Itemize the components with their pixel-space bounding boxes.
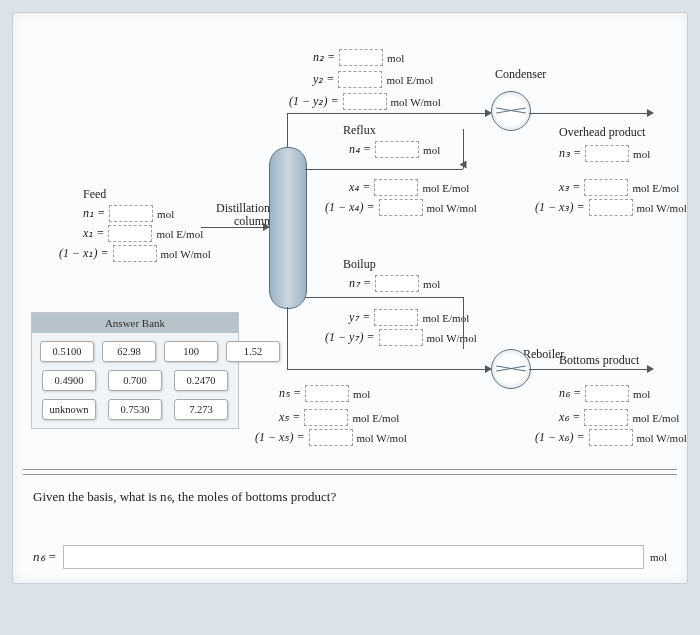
out-n5: n₅ =mol bbox=[279, 385, 370, 402]
bank-item[interactable]: 0.7530 bbox=[108, 399, 162, 420]
bottoms-arrow-head bbox=[647, 365, 654, 373]
input-n7[interactable] bbox=[375, 275, 419, 292]
vapour-line-v bbox=[287, 113, 288, 147]
input-y2[interactable] bbox=[338, 71, 382, 88]
input-n3[interactable] bbox=[585, 145, 629, 162]
input-n2[interactable] bbox=[339, 49, 383, 66]
input-1mx3[interactable] bbox=[589, 199, 633, 216]
bank-item[interactable]: 0.4900 bbox=[42, 370, 96, 391]
overhead-1mx3: (1 − x₃) =mol W/mol bbox=[535, 199, 687, 216]
boilup-n7: n₇ =mol bbox=[349, 275, 440, 292]
feed-arrow-head bbox=[263, 223, 270, 231]
bottoms-n6: n₆ =mol bbox=[559, 385, 650, 402]
worksheet: Distillation column Feed n₁ =mol x₁ =mol… bbox=[12, 12, 688, 584]
feed-1mx1: (1 − x₁) =mol W/mol bbox=[59, 245, 211, 262]
input-x5[interactable] bbox=[304, 409, 348, 426]
answer-row: n₆ = mol bbox=[33, 545, 667, 569]
bank-item[interactable]: 0.2470 bbox=[174, 370, 228, 391]
input-x4[interactable] bbox=[374, 179, 418, 196]
feed-title: Feed bbox=[83, 187, 106, 202]
feed-n1: n₁ =mol bbox=[83, 205, 174, 222]
vapour-line-h bbox=[287, 113, 487, 114]
overhead-n3: n₃ =mol bbox=[559, 145, 650, 162]
out-x5: x₅ =mol E/mol bbox=[279, 409, 399, 426]
bank-item[interactable]: 62.98 bbox=[102, 341, 156, 362]
feed-arrow-line bbox=[201, 227, 269, 228]
top-n2: n₂ =mol bbox=[313, 49, 404, 66]
reboiler-icon bbox=[491, 349, 531, 389]
input-1mx1[interactable] bbox=[113, 245, 157, 262]
boilup-y7: y₇ =mol E/mol bbox=[349, 309, 469, 326]
bottom-line-v bbox=[287, 307, 288, 369]
input-1my7[interactable] bbox=[379, 329, 423, 346]
input-n1[interactable] bbox=[109, 205, 153, 222]
out-1mx5: (1 − x₅) =mol W/mol bbox=[255, 429, 407, 446]
reflux-line-h bbox=[305, 169, 463, 170]
top-1my2: (1 − y₂) =mol W/mol bbox=[289, 93, 441, 110]
distillation-column bbox=[269, 147, 307, 309]
input-n4[interactable] bbox=[375, 141, 419, 158]
bank-item[interactable]: unknown bbox=[42, 399, 96, 420]
input-n6[interactable] bbox=[585, 385, 629, 402]
bank-item[interactable]: 100 bbox=[164, 341, 218, 362]
reflux-title: Reflux bbox=[343, 123, 376, 138]
answer-input[interactable] bbox=[63, 545, 644, 569]
answer-bank: Answer Bank 0.5100 62.98 100 1.52 0.4900… bbox=[31, 312, 239, 429]
input-n5[interactable] bbox=[305, 385, 349, 402]
bottoms-title: Bottoms product bbox=[559, 353, 639, 368]
bottoms-x6: x₆ =mol E/mol bbox=[559, 409, 679, 426]
overhead-line bbox=[529, 113, 649, 114]
answer-bank-title: Answer Bank bbox=[32, 313, 238, 333]
input-1mx6[interactable] bbox=[589, 429, 633, 446]
overhead-title: Overhead product bbox=[559, 125, 645, 140]
column-label: Distillation column bbox=[216, 202, 270, 228]
bank-item[interactable]: 0.5100 bbox=[40, 341, 94, 362]
input-1mx5[interactable] bbox=[309, 429, 353, 446]
boilup-line-v bbox=[463, 297, 464, 349]
input-1my2[interactable] bbox=[343, 93, 387, 110]
bank-item[interactable]: 1.52 bbox=[226, 341, 280, 362]
input-x1[interactable] bbox=[108, 225, 152, 242]
top-y2: y₂ =mol E/mol bbox=[313, 71, 433, 88]
answer-var: n₆ = bbox=[33, 549, 57, 565]
boilup-1my7: (1 − y₇) =mol W/mol bbox=[325, 329, 477, 346]
bottoms-1mx6: (1 − x₆) =mol W/mol bbox=[535, 429, 687, 446]
input-x6[interactable] bbox=[584, 409, 628, 426]
bottoms-line bbox=[529, 369, 649, 370]
condenser-label: Condenser bbox=[495, 67, 546, 82]
boilup-title: Boilup bbox=[343, 257, 376, 272]
condenser-icon bbox=[491, 91, 531, 131]
question-text: Given the basis, what is n₆, the moles o… bbox=[33, 489, 667, 505]
bank-item[interactable]: 0.700 bbox=[108, 370, 162, 391]
overhead-arrow-head bbox=[647, 109, 654, 117]
reflux-n4: n₄ =mol bbox=[349, 141, 440, 158]
reflux-1mx4: (1 − x₄) =mol W/mol bbox=[325, 199, 477, 216]
bank-item[interactable]: 7.273 bbox=[174, 399, 228, 420]
reflux-x4: x₄ =mol E/mol bbox=[349, 179, 469, 196]
process-diagram: Distillation column Feed n₁ =mol x₁ =mol… bbox=[23, 27, 677, 457]
answer-unit: mol bbox=[650, 551, 667, 563]
feed-x1: x₁ =mol E/mol bbox=[83, 225, 203, 242]
divider bbox=[23, 469, 677, 475]
bottom-line-h bbox=[287, 369, 487, 370]
input-x3[interactable] bbox=[584, 179, 628, 196]
input-y7[interactable] bbox=[374, 309, 418, 326]
reflux-arrow-head bbox=[460, 161, 467, 169]
input-1mx4[interactable] bbox=[379, 199, 423, 216]
boilup-line-h bbox=[305, 297, 463, 298]
overhead-x3: x₃ =mol E/mol bbox=[559, 179, 679, 196]
